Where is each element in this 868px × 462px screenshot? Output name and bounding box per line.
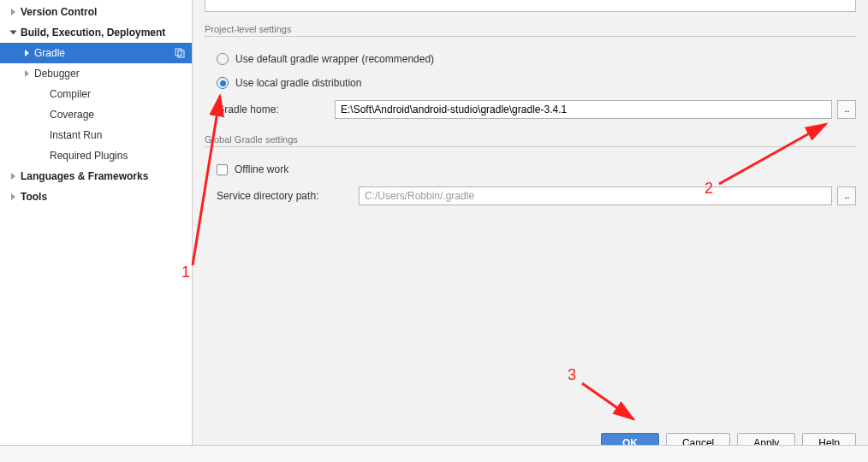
- offline-work-label: Offline work: [235, 163, 288, 175]
- chevron-right-icon: [22, 49, 31, 57]
- sidebar-item-required-plugins[interactable]: Required Plugins: [0, 145, 192, 166]
- service-directory-input[interactable]: [359, 187, 832, 205]
- main-panel: Project-level settings Use default gradl…: [193, 0, 868, 462]
- radio-default-label: Use default gradle wrapper (recommended): [235, 53, 434, 65]
- chevron-right-icon: [9, 8, 17, 16]
- global-gradle-settings-header: Global Gradle settings: [205, 131, 856, 147]
- search-box-cutoff: [205, 0, 856, 12]
- sidebar-item-gradle[interactable]: Gradle: [0, 43, 192, 63]
- status-bar: [0, 445, 868, 462]
- sidebar-item-version-control[interactable]: Version Control: [0, 2, 192, 22]
- radio-icon: [217, 53, 229, 65]
- sidebar-item-coverage[interactable]: Coverage: [0, 104, 192, 125]
- sidebar-item-build-execution-deployment[interactable]: Build, Execution, Deployment: [0, 22, 192, 43]
- radio-checked-icon: [217, 77, 229, 89]
- chevron-right-icon: [9, 192, 17, 201]
- checkbox-icon: [217, 164, 228, 175]
- radio-local-distribution[interactable]: Use local gradle distribution: [205, 71, 856, 95]
- copy-icon: [175, 48, 185, 58]
- gradle-home-input[interactable]: [335, 100, 832, 119]
- chevron-right-icon: [22, 69, 31, 78]
- browse-gradle-home-button[interactable]: ...: [837, 100, 856, 119]
- radio-default-wrapper[interactable]: Use default gradle wrapper (recommended): [205, 47, 856, 71]
- sidebar-item-instant-run[interactable]: Instant Run: [0, 125, 192, 145]
- service-directory-label: Service directory path:: [205, 190, 359, 202]
- sidebar-item-languages-frameworks[interactable]: Languages & Frameworks: [0, 166, 192, 187]
- chevron-down-icon: [9, 28, 17, 37]
- browse-service-directory-button[interactable]: ...: [837, 187, 856, 205]
- chevron-right-icon: [9, 172, 17, 181]
- radio-local-label: Use local gradle distribution: [235, 77, 361, 89]
- settings-tree[interactable]: Version Control Build, Execution, Deploy…: [0, 0, 193, 462]
- sidebar-item-compiler[interactable]: Compiler: [0, 84, 192, 104]
- project-level-settings-header: Project-level settings: [205, 21, 856, 37]
- sidebar-item-tools[interactable]: Tools: [0, 187, 192, 207]
- gradle-home-label: Gradle home:: [205, 104, 335, 116]
- offline-work-checkbox[interactable]: Offline work: [205, 157, 856, 181]
- sidebar-item-debugger[interactable]: Debugger: [0, 63, 192, 84]
